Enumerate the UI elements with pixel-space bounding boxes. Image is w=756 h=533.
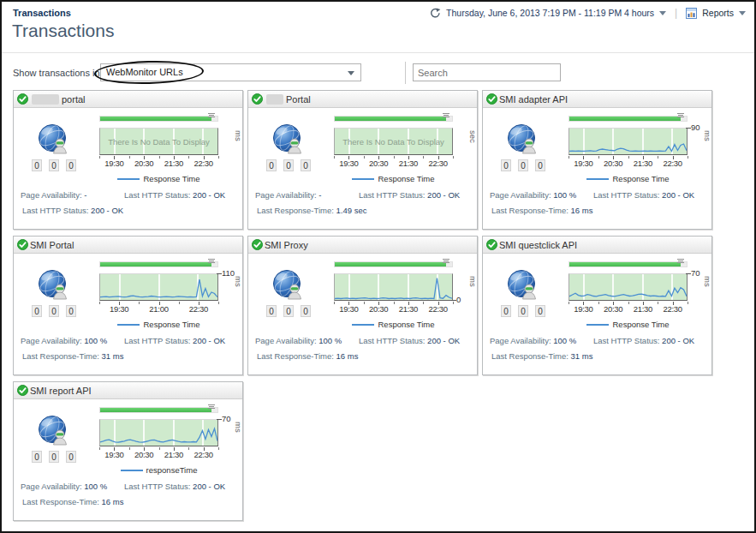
card-header[interactable]: SMI Proxy xyxy=(248,237,477,254)
availability-bar-fill xyxy=(569,117,681,121)
availability-bar-fill xyxy=(569,262,681,266)
transaction-cards-grid: portal 0 0 0 xyxy=(13,90,719,521)
transactions-scope-select[interactable]: WebMonitor URLs xyxy=(100,63,361,81)
chart-unit-label: ms xyxy=(234,422,243,433)
alarm-count: 0 xyxy=(66,305,76,317)
globe-transaction-icon xyxy=(271,268,307,308)
legend-label: Response Time xyxy=(378,174,434,183)
status-ok-icon xyxy=(17,239,28,250)
secondary-stat: Last Response-Time: 16 ms xyxy=(491,206,592,215)
transaction-card[interactable]: SMI adapter API 0 0 0 xyxy=(482,90,712,230)
chart-unit-label: ms xyxy=(468,276,478,287)
legend-line-swatch xyxy=(586,178,609,180)
card-body: 0 0 0 There Is No Data To Display 19:302… xyxy=(248,108,477,230)
vertical-divider xyxy=(405,62,406,84)
time-grip-icon[interactable] xyxy=(206,259,216,267)
chart-unit-label: ms xyxy=(703,130,712,141)
availability-bar xyxy=(99,407,218,413)
page-title: Transactions xyxy=(12,21,114,41)
status-ok-icon xyxy=(486,239,497,250)
availability-stat: Page Availability: 100 % xyxy=(21,482,107,491)
chart-legend: Response Time xyxy=(568,171,688,186)
card-title[interactable]: SMI adapter API xyxy=(499,94,568,105)
card-body: 0 0 0 There Is No Data To Display 19:302… xyxy=(14,108,242,230)
globe-transaction-icon xyxy=(36,268,72,308)
alarm-counters: 0 0 0 xyxy=(32,305,76,317)
card-body: 0 0 0 19:3020:3021:3022:30 90 ms Respons… xyxy=(483,108,711,230)
legend-line-swatch xyxy=(586,324,609,326)
alarm-count: 0 xyxy=(49,159,59,171)
alarm-count: 0 xyxy=(283,305,294,317)
chart-x-axis: 19:3020:3021:3022:30 xyxy=(568,302,688,315)
card-header[interactable]: SMI questclick API xyxy=(483,237,711,254)
alarm-counters: 0 0 0 xyxy=(501,305,545,317)
time-grip-icon[interactable] xyxy=(441,259,450,267)
availability-bar xyxy=(568,116,688,122)
chart-legend: Response Time xyxy=(334,316,453,332)
alarm-count: 0 xyxy=(49,305,59,317)
card-title[interactable]: SMI Proxy xyxy=(265,240,308,250)
chevron-down-icon[interactable] xyxy=(348,71,354,75)
response-time-chart xyxy=(99,273,218,301)
alarm-counters: 0 0 0 xyxy=(501,159,545,171)
selected-scope-value: WebMonitor URLs xyxy=(106,67,183,77)
card-title[interactable]: SMI Portal xyxy=(30,240,74,250)
card-title[interactable]: Portal xyxy=(286,94,311,105)
chart-y-max-label: 90 xyxy=(691,123,700,132)
alarm-count: 0 xyxy=(518,305,528,317)
availability-stat: Page Availability: 100 % xyxy=(21,336,107,345)
alarm-count: 0 xyxy=(266,159,277,171)
availability-stat: Page Availability: 100 % xyxy=(490,336,576,345)
transaction-card[interactable]: SMI questclick API 0 0 0 xyxy=(482,236,712,375)
card-title[interactable]: SMI report API xyxy=(30,386,92,396)
http-status-stat: Last HTTP Status: 200 - OK xyxy=(124,482,225,491)
legend-label: Response Time xyxy=(143,320,199,329)
response-time-chart xyxy=(568,273,688,301)
search-input[interactable] xyxy=(413,63,561,81)
card-header[interactable]: SMI Portal xyxy=(14,237,242,254)
breadcrumb[interactable]: Transactions xyxy=(13,8,71,18)
availability-bar xyxy=(334,261,453,267)
alarm-count: 0 xyxy=(535,159,545,171)
card-title[interactable]: portal xyxy=(62,94,86,105)
card-header[interactable]: SMI adapter API xyxy=(483,91,711,108)
legend-line-swatch xyxy=(352,178,374,180)
chart-y-max-label: 110 xyxy=(222,268,235,278)
card-body: 0 0 0 19:3020:3021:3022:30 70 ms respons… xyxy=(14,399,242,521)
card-body: 0 0 0 19:3020:3021:3022:30 70 ms Respons… xyxy=(483,254,711,375)
http-status-stat: Last HTTP Status: 200 - OK xyxy=(593,336,694,345)
title-divider xyxy=(2,52,754,53)
time-grip-icon[interactable] xyxy=(676,113,685,122)
secondary-stat: Last Response-Time: 31 ms xyxy=(22,351,123,361)
card-header[interactable]: Portal xyxy=(248,91,477,108)
card-title[interactable]: SMI questclick API xyxy=(499,240,577,250)
legend-label: Response Time xyxy=(378,320,434,329)
time-grip-icon[interactable] xyxy=(441,113,450,122)
transaction-card[interactable]: SMI report API 0 0 0 xyxy=(13,381,243,521)
http-status-stat: Last HTTP Status: 200 - OK xyxy=(124,336,225,345)
http-status-stat: Last HTTP Status: 200 - OK xyxy=(359,336,460,345)
availability-bar xyxy=(568,261,688,267)
transaction-card[interactable]: SMI Portal 0 0 0 xyxy=(13,236,243,375)
response-time-chart xyxy=(334,273,453,301)
time-grip-icon[interactable] xyxy=(676,259,685,267)
availability-bar xyxy=(99,261,218,267)
transaction-card[interactable]: Portal 0 0 0 xyxy=(247,90,478,230)
alarm-count: 0 xyxy=(283,159,294,171)
chart-legend: Response Time xyxy=(568,316,688,332)
chart-legend: Response Time xyxy=(99,316,218,332)
transaction-card[interactable]: SMI Proxy 0 0 0 xyxy=(247,236,478,375)
time-range-caret-icon[interactable] xyxy=(659,11,666,15)
card-header[interactable]: SMI report API xyxy=(14,382,242,399)
chart-y-max-label: 70 xyxy=(222,414,231,423)
globe-transaction-icon xyxy=(36,414,72,453)
time-grip-icon[interactable] xyxy=(206,113,216,122)
transaction-card[interactable]: portal 0 0 0 xyxy=(13,90,243,230)
reports-menu[interactable]: Reports xyxy=(702,8,734,18)
time-grip-icon[interactable] xyxy=(206,404,216,413)
alarm-count: 0 xyxy=(501,305,511,317)
reports-caret-icon[interactable] xyxy=(739,11,746,15)
time-range-selector[interactable]: Thursday, June 6, 2013 7:19 PM - 11:19 P… xyxy=(446,8,654,18)
chart-y-max-label: 70 xyxy=(691,268,700,278)
card-header[interactable]: portal xyxy=(14,91,242,108)
